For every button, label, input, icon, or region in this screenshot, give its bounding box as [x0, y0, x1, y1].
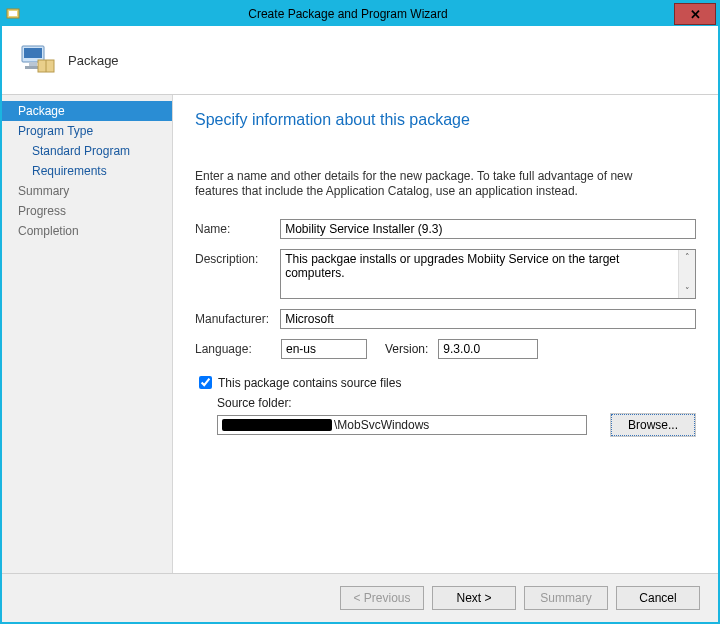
language-version-row: Version:	[281, 339, 538, 359]
wizard-content: Specify information about this package E…	[173, 95, 718, 573]
label-source-checkbox: This package contains source files	[218, 376, 401, 390]
source-checkbox-row: This package contains source files	[195, 373, 696, 392]
source-files-checkbox[interactable]	[199, 376, 212, 389]
name-input[interactable]	[280, 219, 696, 239]
title-bar: Create Package and Program Wizard ✕	[2, 2, 718, 26]
version-input[interactable]	[438, 339, 538, 359]
label-version: Version:	[385, 342, 428, 356]
label-language: Language:	[195, 339, 281, 356]
previous-button: < Previous	[340, 586, 424, 610]
close-icon: ✕	[690, 7, 701, 22]
svg-rect-3	[24, 48, 42, 58]
wizard-footer: < Previous Next > Summary Cancel	[2, 573, 718, 622]
scroll-up-icon[interactable]: ˄	[685, 250, 690, 264]
page-heading: Specify information about this package	[195, 111, 696, 129]
language-input[interactable]	[281, 339, 367, 359]
manufacturer-input[interactable]	[280, 309, 696, 329]
label-name: Name:	[195, 219, 280, 236]
summary-button: Summary	[524, 586, 608, 610]
source-folder-block: Source folder: \MobSvcWindows Browse...	[195, 396, 696, 436]
nav-program-type[interactable]: Program Type	[2, 121, 172, 141]
nav-requirements[interactable]: Requirements	[2, 161, 172, 181]
scroll-down-icon[interactable]: ˅	[685, 284, 690, 298]
cancel-button[interactable]: Cancel	[616, 586, 700, 610]
nav-standard-program[interactable]: Standard Program	[2, 141, 172, 161]
wizard-body: Package Program Type Standard Program Re…	[2, 95, 718, 573]
wizard-sidebar: Package Program Type Standard Program Re…	[2, 95, 173, 573]
wizard-header: Package	[2, 26, 718, 95]
window-title: Create Package and Program Wizard	[22, 7, 674, 21]
close-button[interactable]: ✕	[674, 3, 716, 25]
description-input[interactable]	[281, 250, 678, 298]
nav-progress[interactable]: Progress	[2, 201, 172, 221]
description-scrollbar[interactable]: ˄ ˅	[678, 250, 695, 298]
app-icon	[6, 6, 22, 22]
browse-button[interactable]: Browse...	[611, 414, 695, 436]
source-folder-visible: \MobSvcWindows	[334, 418, 429, 432]
nav-package[interactable]: Package	[2, 101, 172, 121]
label-source-folder: Source folder:	[217, 396, 696, 410]
next-button[interactable]: Next >	[432, 586, 516, 610]
header-title: Package	[68, 53, 119, 68]
package-icon	[18, 40, 58, 80]
svg-rect-1	[9, 11, 17, 16]
svg-rect-4	[29, 62, 37, 66]
nav-summary[interactable]: Summary	[2, 181, 172, 201]
label-description: Description:	[195, 249, 280, 266]
wizard-window: Create Package and Program Wizard ✕ Pack…	[0, 0, 720, 624]
label-manufacturer: Manufacturer:	[195, 309, 280, 326]
page-instructions: Enter a name and other details for the n…	[195, 169, 675, 199]
source-folder-input[interactable]: \MobSvcWindows	[217, 415, 587, 435]
redacted-path	[222, 419, 332, 431]
nav-completion[interactable]: Completion	[2, 221, 172, 241]
description-field-wrap: ˄ ˅	[280, 249, 696, 299]
